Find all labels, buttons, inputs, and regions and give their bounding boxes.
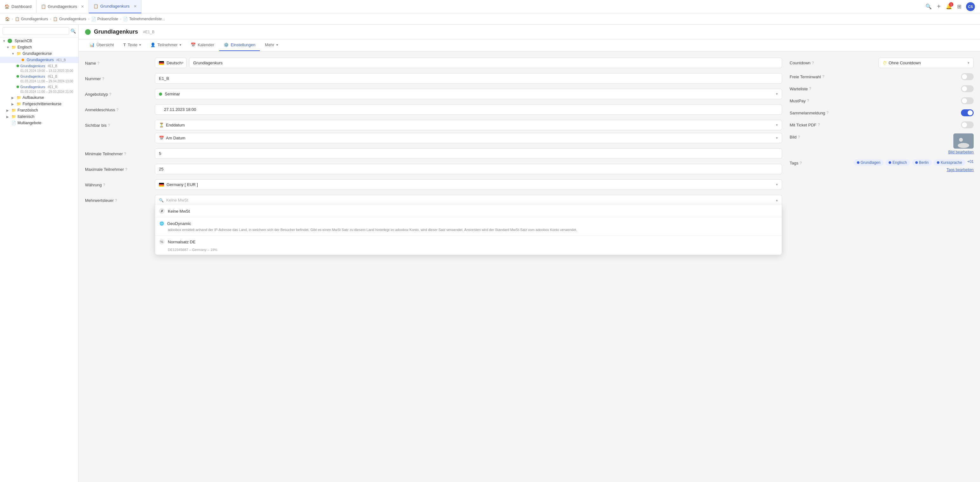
sidebar-item-aufbaukurse[interactable]: ▶ 📁 Aufbaukurse [0, 94, 78, 101]
warteliste-help-icon[interactable]: ? [809, 87, 811, 91]
tags-more[interactable]: +01 [967, 159, 974, 166]
sidebar-search-button[interactable]: 🔍 [70, 29, 76, 33]
geo-desc: adoobox ermittelt anhand der IP-Adresse … [159, 228, 778, 232]
sidebar-item-englisch[interactable]: ▼ 📁 Englisch [0, 44, 78, 51]
tag-englisch-dot [889, 161, 891, 164]
bild-edit-link[interactable]: Bild bearbeiten [948, 150, 974, 154]
enddatum-select[interactable]: ⏳ Enddatum ▾ [155, 120, 782, 130]
sidebar-search-input[interactable] [3, 27, 69, 35]
max-teilnehmer-input[interactable] [155, 164, 782, 174]
waehrung-help-icon[interactable]: ? [103, 183, 105, 187]
name-lang-select[interactable]: Deutsch ▾ [155, 58, 186, 68]
waehrung-flag [159, 183, 164, 187]
course-title: Grundlagenkurs [94, 29, 138, 35]
breadcrumb-item2[interactable]: 📋 Grundlagenkurs [53, 17, 86, 21]
countdown-select[interactable]: ⏱ Ohne Countdown ▾ [878, 58, 974, 68]
avatar[interactable]: CS [966, 2, 975, 11]
mwst-option-normalsatz[interactable]: % Normalsatz DE DE12345687 – Germany – 1… [155, 236, 782, 255]
tags-edit-link[interactable]: Tags bearbeiten [947, 168, 974, 172]
sidebar-item-franzoesisch[interactable]: ▶ 📁 Französisch [0, 107, 78, 113]
sidebar-course-2[interactable]: Grundlagenkurs #E1_B 01.03.2024 11:00 – … [0, 73, 78, 84]
angebotstyp-help-icon[interactable]: ? [109, 92, 111, 97]
sidebar-item-italienisch[interactable]: ▶ 📁 Italienisch [0, 113, 78, 120]
tab-grundlagenkurs1-label: Grundlagenkurs [48, 4, 77, 9]
tags-help-icon[interactable]: ? [799, 161, 802, 165]
tag-berlin: Berlin [912, 159, 932, 166]
name-input[interactable] [189, 58, 782, 68]
add-icon[interactable]: + [935, 3, 942, 10]
tab-grundlagenkurs2[interactable]: 📋 Grundlagenkurs ✕ [89, 0, 142, 13]
gk3-date: 01.03.2024 11:00 – 29.03.2024 21:00 [16, 90, 73, 94]
warteliste-label: Warteliste ? [790, 87, 811, 91]
tab-mehr[interactable]: Mehr ▾ [261, 39, 282, 51]
sichtbar-bis-help-icon[interactable]: ? [108, 123, 110, 128]
bild-help-icon[interactable]: ? [798, 135, 800, 140]
sidebar-item-fortgeschrittenenkurse[interactable]: ▶ 📁 Fortgeschrittenenkurse [0, 101, 78, 107]
min-teilnehmer-input[interactable] [155, 148, 782, 159]
uebersicht-label: Übersicht [97, 43, 114, 47]
tab-kalender[interactable]: 📅 Kalender [186, 39, 219, 51]
gk3-dot [16, 86, 19, 88]
mwst-option-keine[interactable]: ✗ Keine MwSt [155, 205, 782, 217]
max-teilnehmer-help-icon[interactable]: ? [125, 167, 127, 172]
min-teilnehmer-help-icon[interactable]: ? [124, 152, 126, 156]
mustpay-toggle[interactable] [961, 97, 974, 104]
sidebar-course-1[interactable]: Grundlagenkurs #E1_B 01.01.2024 19:00 – … [0, 63, 78, 73]
sammelanmeldung-help-icon[interactable]: ? [826, 111, 829, 115]
tab-texte[interactable]: T Texte ▾ [119, 39, 145, 51]
amdatum-select[interactable]: 📅 Am Datum ▾ [155, 133, 782, 143]
freie-terminwahl-toggle[interactable] [961, 73, 974, 80]
freie-terminwahl-help-icon[interactable]: ? [822, 75, 824, 79]
sichtbar-bis-control: ⏳ Enddatum ▾ 📅 Am Datum ▾ [155, 120, 782, 143]
mit-ticket-pdf-toggle[interactable] [961, 121, 974, 128]
content-tabs: 📊 Übersicht T Texte ▾ 👤 Teilnehmer ▾ 📅 K… [79, 39, 980, 51]
tab-grundlagenkurs1[interactable]: 📋 Grundlagenkurs ✕ [37, 0, 89, 13]
name-help-icon[interactable]: ? [97, 61, 100, 66]
nummer-help-icon[interactable]: ? [102, 77, 104, 81]
tag-berlin-label: Berlin [919, 160, 929, 165]
tab2-close[interactable]: ✕ [134, 4, 137, 9]
anmeldeschluss-help-icon[interactable]: ? [116, 108, 119, 112]
freie-terminwahl-label: Freie Terminwahl ? [790, 75, 824, 79]
sidebar-course-3[interactable]: Grundlagenkurs #E1_R 01.03.2024 11:00 – … [0, 84, 78, 94]
tab-teilnehmer[interactable]: 👤 Teilnehmer ▾ [146, 39, 186, 51]
breadcrumb-item1[interactable]: 📋 Grundlagenkurs [15, 17, 48, 21]
mit-ticket-pdf-help-icon[interactable]: ? [818, 123, 820, 127]
waehrung-select[interactable]: Germany [ EUR ] ▾ [155, 179, 782, 190]
tab-dashboard[interactable]: 🏠 Dashboard [0, 0, 37, 13]
texte-chevron: ▾ [139, 43, 141, 47]
nummer-input[interactable] [155, 73, 782, 84]
mit-ticket-pdf-label: Mit Ticket PDF ? [790, 123, 820, 127]
gk1-badge: #E1_B [48, 64, 57, 68]
sidebar-item-multiangebote[interactable]: 📄 Multiangebote [0, 120, 78, 126]
right-row-mustpay: MustPay ? [790, 97, 974, 104]
tags-control: Grundlagen Englisch Berlin [854, 159, 974, 172]
tab-einstellungen[interactable]: ⚙️ Einstellungen [219, 39, 260, 51]
sammelanmeldung-toggle[interactable] [961, 109, 974, 116]
tab1-close[interactable]: ✕ [81, 5, 84, 9]
texte-icon: T [123, 43, 126, 47]
nummer-label: Nummer ? [85, 73, 155, 81]
bild-thumb [953, 133, 974, 149]
content-area: Grundlagenkurs #E1_B 📊 Übersicht T Texte… [79, 25, 980, 482]
breadcrumb-item3[interactable]: 📄 Präsenzliste [91, 17, 118, 21]
grid-icon[interactable]: ⊞ [956, 3, 962, 10]
notification-icon[interactable]: 🔔 1 [946, 3, 952, 10]
warteliste-toggle[interactable] [961, 85, 974, 92]
breadcrumb-item4[interactable]: 📄 Teilnehmendenliste... [123, 17, 165, 21]
sidebar-item-sprachcb[interactable]: ▼ SprachCB [0, 38, 78, 44]
angebotstyp-select[interactable]: Seminar ▾ [155, 89, 782, 99]
search-icon[interactable]: 🔍 [926, 3, 932, 10]
mustpay-help-icon[interactable]: ? [807, 98, 809, 103]
mehrwertsteuer-help-icon[interactable]: ? [115, 198, 117, 203]
mwst-option-geo[interactable]: 🌐 GeoDynamic adoobox ermittelt anhand de… [155, 217, 782, 235]
sprachcb-chevron: ▼ [3, 39, 6, 43]
anmeldeschluss-input[interactable] [155, 104, 782, 115]
sidebar-item-grundlagenkurse[interactable]: ▼ 📁 Grundlagenkurse [0, 51, 78, 57]
gk1-date: 01.01.2024 19:00 – 13.12.2023 20:00 [16, 69, 73, 73]
tab-uebersicht[interactable]: 📊 Übersicht [85, 39, 118, 51]
franzoesisch-chevron: ▶ [6, 109, 10, 112]
mehrwertsteuer-select[interactable]: 🔍 Keine MwSt ▴ [155, 195, 782, 205]
sidebar-course-active[interactable]: Grundlagenkurs #E1_B [0, 57, 78, 63]
countdown-help-icon[interactable]: ? [812, 61, 814, 65]
